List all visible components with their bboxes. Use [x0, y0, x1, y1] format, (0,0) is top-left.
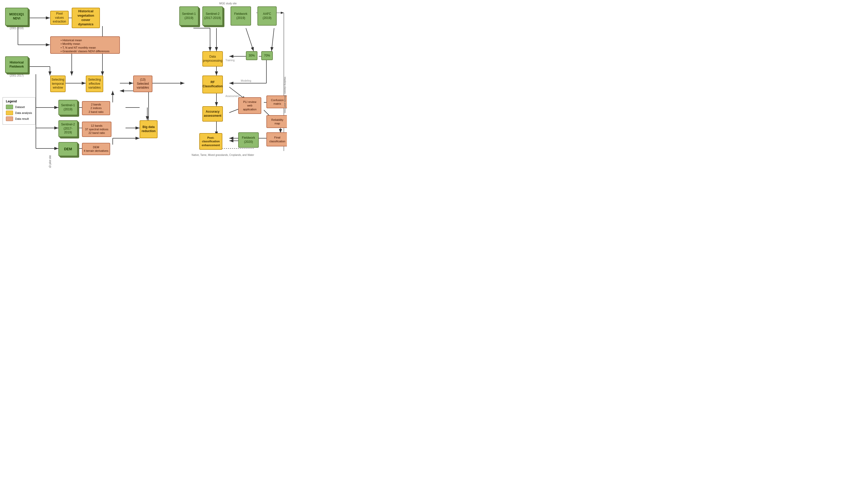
legend-item-dataset: Dataset: [6, 105, 32, 109]
sentinel1-mge-box: Sentinel-1(2019): [179, 7, 199, 26]
pct70-box: 70%: [261, 51, 273, 60]
postclass-box: Post-classificationenhancement: [199, 133, 222, 150]
hist-date-label: (2001-2017): [5, 74, 28, 77]
reliability-map-box: Reliabilitymap: [266, 115, 287, 128]
sod-label: SoD pilot site: [49, 124, 51, 168]
legend-title: Legend: [6, 100, 32, 103]
fieldwork-mge-box: Fieldwork(2019): [230, 7, 251, 26]
pct30-box: 30%: [246, 51, 258, 60]
hist-fieldwork-box: HistoricalFieldwork: [5, 56, 28, 73]
diagram-container: MOD13Q1 NDVI (2001-2018) HistoricalField…: [0, 0, 287, 168]
pixel-values-box: Pixel valuesextraction: [50, 11, 68, 25]
legend-item-analysis: Data analysis: [6, 111, 32, 115]
fieldwork-2020-box: Fieldwork(2020): [238, 132, 259, 148]
selected-vars-box: (13)Selectedvariables: [133, 76, 152, 92]
big-data-box: Big datareduction: [140, 120, 158, 138]
training-label: Training: [225, 59, 235, 62]
s1-bands-box: 2 bands2 indices2 band ratio: [82, 101, 110, 115]
sentinel2-sod-box: Sentinel-2(2017-2019): [59, 120, 78, 137]
sentinel1-sod-box: Sentinel-1(2019): [59, 100, 78, 115]
mod13q1-box: MOD13Q1 NDVI: [5, 8, 28, 26]
svg-line-36: [272, 28, 274, 51]
legend: Legend Dataset Data analysis Data result: [2, 97, 35, 125]
legend-box-analysis: [6, 111, 13, 115]
hist-veg-box: Historicalvegetation coverdynamics: [72, 8, 100, 28]
legend-label-analysis: Data analysis: [15, 111, 32, 114]
legend-box-result: [6, 116, 13, 121]
accuracy-box: Accuracyassessment: [202, 106, 223, 121]
sel-effective-box: Selectingeffectivevariables: [86, 76, 103, 92]
mge-label: MGE study site: [205, 2, 251, 5]
final-class-box: Finalclassification: [266, 132, 287, 146]
masking-label: Masking classes: Shrubs and Trees: [283, 77, 286, 113]
s2-bands-box: 12 bands37 spectral indices22 band ratio: [82, 121, 111, 137]
modeling-label: Modeling: [241, 79, 251, 82]
legend-item-result: Data result: [6, 116, 32, 121]
mod-date-label: (2001-2018): [5, 27, 28, 30]
dem-bands-box: DEM4 terrain derivatives: [82, 143, 110, 155]
pli-review-box: PLI reviewwebapplication: [238, 97, 261, 114]
native-label: Native, Tame, Mixed grasslands, Cropland…: [169, 154, 277, 156]
hist-stats-box: • Historical mean• Monthly mean• T, N an…: [50, 36, 120, 54]
sel-temporal-box: Selectingtemporalwindow: [50, 76, 65, 92]
sentinel2-mge-box: Sentinel-2(2017-2019): [202, 7, 223, 26]
legend-label-result: Data result: [15, 117, 29, 120]
legend-label-dataset: Dataset: [15, 105, 25, 108]
svg-line-32: [246, 28, 254, 51]
assessment-label: Assessment: [225, 95, 239, 98]
aafc-box: AAFC(2019): [258, 7, 277, 26]
data-preproc-box: Datapreprocessing: [202, 51, 223, 67]
legend-box-dataset: [6, 105, 13, 109]
rf-class-box: RFClassification: [202, 76, 223, 93]
dem-box: DEM: [59, 142, 78, 156]
